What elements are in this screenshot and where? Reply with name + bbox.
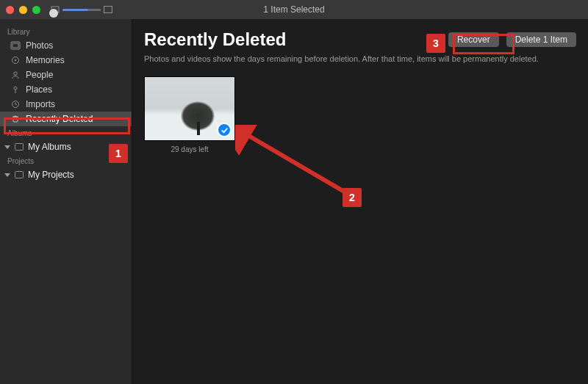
sidebar: Library Photos Memories People Places xyxy=(0,19,132,384)
thumbnail-image xyxy=(144,76,235,141)
svg-point-7 xyxy=(14,87,17,90)
recover-button[interactable]: Recover xyxy=(448,32,499,47)
sidebar-item-recently-deleted[interactable]: Recently Deleted xyxy=(0,112,132,126)
svg-rect-15 xyxy=(15,144,24,151)
album-icon xyxy=(14,142,24,151)
svg-rect-12 xyxy=(13,117,18,122)
selection-checkmark-icon xyxy=(217,123,232,137)
svg-line-11 xyxy=(15,104,17,105)
content-pane: Recently Deleted Recover Delete 1 Item P… xyxy=(132,19,588,384)
minimize-window-button[interactable] xyxy=(19,6,27,14)
trash-icon xyxy=(10,115,21,123)
memories-icon xyxy=(10,56,21,65)
delete-item-button[interactable]: Delete 1 Item xyxy=(506,32,576,47)
svg-point-6 xyxy=(14,72,17,75)
project-icon xyxy=(14,170,24,179)
sidebar-item-people[interactable]: People xyxy=(0,68,132,82)
sidebar-item-memories[interactable]: Memories xyxy=(0,53,132,68)
places-pin-icon xyxy=(10,85,21,94)
window-title: 1 Item Selected xyxy=(263,4,324,15)
zoom-window-button[interactable] xyxy=(32,6,40,14)
sidebar-item-label: Memories xyxy=(26,55,65,65)
svg-rect-16 xyxy=(15,172,24,178)
sidebar-item-label: My Projects xyxy=(28,170,74,180)
window-controls xyxy=(6,6,40,14)
page-title: Recently Deleted xyxy=(144,29,286,50)
page-subtitle: Photos and videos show the days remainin… xyxy=(144,54,576,63)
photo-thumbnail[interactable]: 29 days left xyxy=(144,76,235,153)
sidebar-item-label: Recently Deleted xyxy=(26,114,93,124)
svg-rect-3 xyxy=(12,43,18,48)
imports-clock-icon xyxy=(10,100,21,109)
sidebar-item-places[interactable]: Places xyxy=(0,82,132,97)
sidebar-section-albums: Albums xyxy=(0,126,132,140)
sidebar-section-projects: Projects xyxy=(0,154,132,167)
sidebar-item-my-projects[interactable]: My Projects xyxy=(0,167,132,182)
chevron-down-icon xyxy=(4,173,10,177)
close-window-button[interactable] xyxy=(6,6,14,14)
sidebar-item-label: Imports xyxy=(26,99,55,109)
thumbnail-caption: 29 days left xyxy=(171,145,208,153)
sidebar-item-photos[interactable]: Photos xyxy=(0,38,132,53)
thumb-large-icon xyxy=(104,6,112,13)
sidebar-item-my-albums[interactable]: My Albums xyxy=(0,140,132,154)
sidebar-item-label: My Albums xyxy=(28,142,71,152)
sidebar-item-imports[interactable]: Imports xyxy=(0,97,132,112)
sidebar-item-label: People xyxy=(26,70,53,80)
photos-icon xyxy=(10,41,21,50)
sidebar-item-label: Places xyxy=(26,84,52,95)
thumbnail-size-slider[interactable] xyxy=(51,6,112,13)
chevron-down-icon xyxy=(4,145,10,149)
window-titlebar: 1 Item Selected xyxy=(0,0,588,19)
svg-marker-5 xyxy=(15,59,17,62)
svg-rect-1 xyxy=(104,7,112,13)
sidebar-section-library: Library xyxy=(0,25,132,38)
sidebar-item-label: Photos xyxy=(26,40,53,51)
people-icon xyxy=(10,70,21,79)
